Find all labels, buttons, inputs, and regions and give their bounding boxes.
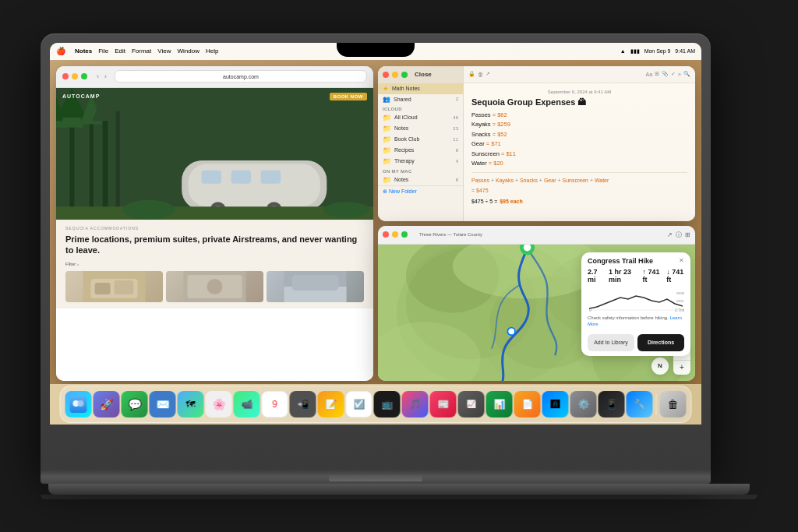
- new-folder-button[interactable]: ⊕ New Folder: [383, 188, 417, 195]
- dock-icon-maps[interactable]: 🗺: [178, 391, 204, 417]
- notes-toolbar-delete[interactable]: 🗑: [478, 72, 483, 77]
- dock-icon-systemprefs[interactable]: ⚙️: [570, 391, 597, 417]
- dock-icon-pages[interactable]: 📄: [514, 391, 541, 417]
- safari-window[interactable]: ‹ › autocamp.com: [56, 66, 373, 381]
- svg-rect-14: [202, 170, 221, 183]
- notes-folder-recipes[interactable]: 📁 Recipes 8: [378, 145, 463, 156]
- apple-menu-icon[interactable]: 🍎: [56, 47, 65, 55]
- forward-button[interactable]: ›: [103, 72, 108, 81]
- notes-folder-mac-notes[interactable]: 📁 Notes 8: [378, 174, 463, 185]
- map-safety-info: Check safety information before hiking. …: [581, 314, 690, 331]
- maps-fullscreen-button[interactable]: [401, 231, 408, 238]
- notes-toolbar-share[interactable]: ↗: [486, 71, 644, 77]
- fullscreen-window-button[interactable]: [81, 73, 87, 79]
- add-to-library-button[interactable]: Add to Library: [588, 334, 634, 351]
- notes-main-panel: 🔒 🗑 ↗ Aa ⊞ 📎 ✓ » 🔍: [464, 66, 695, 221]
- dock-icon-trash[interactable]: 🗑: [660, 391, 687, 417]
- dock-icon-iphone-mirror[interactable]: 📱: [598, 391, 625, 417]
- notes-folder-bookclub[interactable]: 📁 Book Club 11: [378, 134, 463, 145]
- notes-toolbar-table[interactable]: ⊞: [655, 71, 659, 77]
- autocamp-logo: AUTOCAMP: [62, 93, 100, 99]
- notes-minimize-button[interactable]: [392, 72, 398, 78]
- notes-fullscreen-button[interactable]: [401, 72, 408, 78]
- shared-label: Shared: [394, 97, 453, 102]
- dock-icon-finder[interactable]: [65, 391, 92, 417]
- macbook-trackpad: [329, 475, 422, 481]
- dock-icon-news[interactable]: 📰: [430, 391, 457, 417]
- dock-icon-notes[interactable]: 📝: [318, 391, 344, 417]
- gallery-image-3[interactable]: [267, 271, 364, 302]
- menu-item-edit[interactable]: Edit: [115, 48, 125, 55]
- hike-time: 1 hr 23 min: [609, 268, 636, 284]
- gallery-image-1[interactable]: [65, 271, 163, 302]
- minimize-window-button[interactable]: [72, 73, 78, 79]
- menu-item-view[interactable]: View: [157, 48, 171, 55]
- notes-toolbar-lock[interactable]: 🔒: [468, 71, 475, 77]
- dock-icon-appstore[interactable]: 🅰: [542, 391, 569, 417]
- desktop: ‹ › autocamp.com: [50, 60, 701, 384]
- dock-icon-other1[interactable]: 📲: [290, 391, 316, 417]
- dock-icon-messages[interactable]: 💬: [122, 391, 148, 417]
- notes-toolbar-checklist[interactable]: ✓: [671, 71, 676, 77]
- menu-app-name[interactable]: Notes: [75, 48, 92, 55]
- maps-toolbar-info[interactable]: ⓘ: [676, 231, 682, 239]
- book-now-button[interactable]: BOOK NOW: [330, 93, 367, 100]
- dock-icon-mail[interactable]: ✉️: [150, 391, 176, 417]
- dock-icon-facetime[interactable]: 📹: [234, 391, 260, 417]
- autocamp-section-label: SEQUOIA ACCOMMODATIONS: [65, 226, 364, 231]
- gallery-image-2[interactable]: [166, 271, 263, 302]
- menu-wifi-icon[interactable]: ▲: [620, 48, 626, 54]
- notes-folder-notes[interactable]: 📁 Notes 23: [378, 123, 463, 134]
- safari-url-bar[interactable]: autocamp.com: [115, 70, 367, 83]
- notes-close-button[interactable]: [383, 72, 389, 78]
- notes-toolbar-more[interactable]: »: [678, 72, 681, 77]
- close-window-button[interactable]: [62, 73, 69, 79]
- dock-icon-music[interactable]: 🎵: [402, 391, 429, 417]
- notes-main-toolbar: 🔒 🗑 ↗ Aa ⊞ 📎 ✓ » 🔍: [464, 66, 695, 83]
- bookclub-label: Book Club: [394, 136, 450, 142]
- maps-close-button[interactable]: [383, 231, 389, 238]
- dock-icon-launchpad[interactable]: 🚀: [94, 391, 120, 417]
- notes-folder-therapy[interactable]: 📁 Therapy 4: [378, 156, 463, 167]
- map-popup-card: Congress Trail Hike ✕ 2.7 mi: [581, 252, 690, 356]
- back-button[interactable]: ‹: [95, 72, 101, 81]
- dock-icon-reminders[interactable]: ☑️: [346, 391, 373, 417]
- dock-icon-numbers[interactable]: 📊: [486, 391, 513, 417]
- compass-button[interactable]: N: [651, 358, 669, 375]
- allicloud-folder-icon: 📁: [383, 114, 391, 122]
- mac-notes-label: Notes: [394, 177, 453, 182]
- maps-toolbar-layers[interactable]: ⊞: [685, 231, 690, 238]
- notes-folder-shared[interactable]: 👥 Shared 2: [378, 94, 463, 104]
- notes-divider: [471, 172, 687, 173]
- dock-icon-stocks[interactable]: 📈: [458, 391, 485, 417]
- window-traffic-lights: [62, 73, 87, 79]
- menu-item-file[interactable]: File: [98, 48, 108, 55]
- notes-toolbar-attachment[interactable]: 📎: [662, 71, 669, 77]
- directions-button[interactable]: Directions: [637, 334, 684, 351]
- autocamp-filter[interactable]: Filter ›: [65, 262, 364, 266]
- notes-folder-mathnotes[interactable]: ✦ Math Notes: [378, 83, 463, 94]
- formula-total: = $475: [471, 188, 489, 193]
- notes-date: September 9, 2024 at 9:41 AM: [471, 90, 687, 94]
- menu-bar-right: ▲ ▮▮▮ Mon Sep 9 9:41 AM: [620, 48, 695, 55]
- dock-separator: [656, 393, 657, 415]
- dock-icon-calendar[interactable]: 9: [262, 391, 288, 417]
- zoom-in-button[interactable]: +: [673, 361, 690, 375]
- svg-point-54: [78, 400, 84, 407]
- menu-item-window[interactable]: Window: [177, 48, 199, 55]
- menu-item-format[interactable]: Format: [132, 48, 151, 55]
- dock-icon-appletv[interactable]: 📺: [374, 391, 401, 417]
- menu-item-help[interactable]: Help: [206, 48, 218, 55]
- notes-folder-allicloud[interactable]: 📁 All iCloud 46: [378, 112, 463, 123]
- notes-window[interactable]: Close ✦ Math Notes 👥: [378, 66, 695, 221]
- popup-close-button[interactable]: ✕: [679, 257, 684, 264]
- notes-toolbar-search[interactable]: 🔍: [683, 71, 690, 77]
- maps-map-area[interactable]: Congress Trail Hike ✕ 2.7 mi: [378, 245, 695, 381]
- notes-toolbar-aa[interactable]: Aa: [646, 72, 653, 77]
- dock-icon-controlcenter[interactable]: 🔧: [627, 391, 653, 417]
- dock-icon-photos[interactable]: 🌸: [206, 391, 232, 417]
- maps-toolbar-share[interactable]: ↗: [667, 231, 673, 238]
- allicloud-label: All iCloud: [394, 115, 450, 120]
- maps-minimize-button[interactable]: [392, 231, 398, 238]
- maps-window[interactable]: Three Rivers — Tulare County ↗ ⓘ ⊞: [378, 226, 695, 381]
